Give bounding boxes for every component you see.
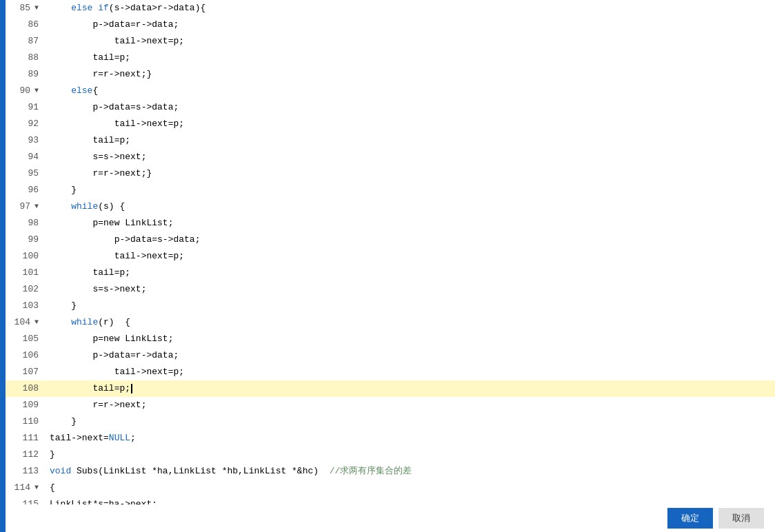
line-content-112: } bbox=[47, 447, 775, 463]
line-content-108: tail=p; bbox=[47, 380, 775, 397]
fold-arrow-90[interactable]: ▼ bbox=[30, 83, 39, 99]
line-number-89: 89 bbox=[6, 66, 47, 83]
token-plain: tail->next=p; bbox=[114, 36, 184, 46]
editor-container: 85▼ else if(s->data>r->data){86 p->data=… bbox=[0, 0, 775, 532]
bottom-bar: 确定 取消 bbox=[6, 504, 775, 532]
code-line-98: 98 p=new LinkList; bbox=[6, 215, 775, 232]
line-content-102: s=s->next; bbox=[47, 281, 775, 298]
code-line-110: 110 } bbox=[6, 413, 775, 430]
token-plain: p->data=r->data; bbox=[92, 19, 179, 30]
token-kw: void bbox=[50, 466, 71, 476]
token-plain: tail=p; bbox=[92, 135, 130, 145]
token-plain: r=r->next;} bbox=[92, 69, 152, 79]
token-kw: while bbox=[71, 317, 98, 327]
token-plain: s=s->next; bbox=[92, 284, 146, 294]
line-content-107: tail->next=p; bbox=[47, 364, 775, 380]
line-number-112: 112 bbox=[6, 447, 47, 463]
token-plain: r=r->next; bbox=[92, 400, 146, 410]
line-content-101: tail=p; bbox=[47, 265, 775, 281]
line-content-95: r=r->next;} bbox=[47, 165, 775, 182]
line-number-94: 94 bbox=[6, 149, 47, 165]
line-content-110: } bbox=[47, 413, 775, 430]
token-plain: tail->next=p; bbox=[114, 119, 184, 129]
code-line-113: 113void Subs(LinkList *ha,LinkList *hb,L… bbox=[6, 463, 775, 480]
line-number-111: 111 bbox=[6, 430, 47, 447]
token-plain: tail=p; bbox=[92, 267, 130, 278]
line-number-104: 104▼ bbox=[6, 314, 47, 331]
confirm-button[interactable]: 确定 bbox=[667, 508, 713, 529]
line-number-95: 95 bbox=[6, 165, 47, 182]
line-number-101: 101 bbox=[6, 265, 47, 281]
code-line-96: 96 } bbox=[6, 182, 775, 198]
line-number-96: 96 bbox=[6, 182, 47, 198]
line-content-111: tail->next=NULL; bbox=[47, 430, 775, 447]
text-cursor bbox=[131, 384, 132, 393]
token-plain: tail->next=p; bbox=[114, 251, 184, 261]
code-line-102: 102 s=s->next; bbox=[6, 281, 775, 298]
code-line-111: 111tail->next=NULL; bbox=[6, 430, 775, 447]
code-line-109: 109 r=r->next; bbox=[6, 397, 775, 413]
code-line-94: 94 s=s->next; bbox=[6, 149, 775, 165]
token-plain: p->data=s->data; bbox=[114, 234, 201, 245]
token-plain: p->data=s->data; bbox=[92, 102, 179, 112]
token-plain: (s->data>r->data){ bbox=[109, 3, 205, 13]
line-content-103: } bbox=[47, 298, 775, 314]
line-content-92: tail->next=p; bbox=[47, 116, 775, 132]
token-plain: (s) { bbox=[98, 201, 125, 212]
token-plain: tail->next=p; bbox=[114, 367, 184, 377]
token-kw: NULL bbox=[109, 433, 130, 443]
left-bar bbox=[0, 0, 6, 532]
code-lines: 85▼ else if(s->data>r->data){86 p->data=… bbox=[6, 0, 775, 504]
code-line-106: 106 p->data=r->data; bbox=[6, 347, 775, 364]
line-content-105: p=new LinkList; bbox=[47, 331, 775, 347]
line-number-103: 103 bbox=[6, 298, 47, 314]
token-plain: } bbox=[71, 185, 77, 195]
line-number-86: 86 bbox=[6, 17, 47, 33]
code-line-88: 88 tail=p; bbox=[6, 50, 775, 66]
code-line-95: 95 r=r->next;} bbox=[6, 165, 775, 182]
code-line-93: 93 tail=p; bbox=[6, 132, 775, 149]
fold-arrow-97[interactable]: ▼ bbox=[30, 198, 39, 215]
line-content-94: s=s->next; bbox=[47, 149, 775, 165]
line-number-100: 100 bbox=[6, 248, 47, 265]
line-content-115: LinkList*s=ha->next; bbox=[47, 496, 775, 504]
code-line-90: 90▼ else{ bbox=[6, 83, 775, 99]
token-plain: Subs(LinkList *ha,LinkList *hb,LinkList … bbox=[71, 466, 329, 476]
code-line-91: 91 p->data=s->data; bbox=[6, 99, 775, 116]
line-number-113: 113 bbox=[6, 463, 47, 480]
token-plain: p=new LinkList; bbox=[92, 218, 173, 228]
cancel-button[interactable]: 取消 bbox=[718, 508, 764, 529]
fold-arrow-104[interactable]: ▼ bbox=[30, 314, 39, 331]
line-content-113: void Subs(LinkList *ha,LinkList *hb,Link… bbox=[47, 463, 775, 480]
token-plain: (r) { bbox=[98, 317, 130, 327]
code-line-108: 108 tail=p; bbox=[6, 380, 775, 397]
line-content-87: tail->next=p; bbox=[47, 33, 775, 50]
fold-arrow-114[interactable]: ▼ bbox=[30, 480, 39, 496]
token-plain: { bbox=[50, 482, 55, 493]
code-line-97: 97▼ while(s) { bbox=[6, 198, 775, 215]
code-line-104: 104▼ while(r) { bbox=[6, 314, 775, 331]
line-content-86: p->data=r->data; bbox=[47, 17, 775, 33]
token-plain: ; bbox=[130, 433, 136, 443]
token-kw: else if bbox=[71, 3, 109, 13]
code-line-103: 103 } bbox=[6, 298, 775, 314]
line-content-100: tail->next=p; bbox=[47, 248, 775, 265]
line-number-90: 90▼ bbox=[6, 83, 47, 99]
code-area: 85▼ else if(s->data>r->data){86 p->data=… bbox=[6, 0, 775, 532]
line-content-93: tail=p; bbox=[47, 132, 775, 149]
line-number-99: 99 bbox=[6, 232, 47, 248]
line-content-97: while(s) { bbox=[47, 198, 775, 215]
line-content-99: p->data=s->data; bbox=[47, 232, 775, 248]
line-number-109: 109 bbox=[6, 397, 47, 413]
token-cm: //求两有序集合的差 bbox=[330, 466, 412, 476]
code-line-115: 115LinkList*s=ha->next; bbox=[6, 496, 775, 504]
line-number-87: 87 bbox=[6, 33, 47, 50]
code-line-85: 85▼ else if(s->data>r->data){ bbox=[6, 0, 775, 17]
token-plain: tail->next= bbox=[50, 433, 109, 443]
line-number-108: 108 bbox=[6, 380, 47, 397]
token-plain: tail=p; bbox=[92, 52, 130, 63]
token-plain: } bbox=[71, 300, 77, 311]
line-content-89: r=r->next;} bbox=[47, 66, 775, 83]
line-number-88: 88 bbox=[6, 50, 47, 66]
fold-arrow-85[interactable]: ▼ bbox=[30, 0, 39, 17]
